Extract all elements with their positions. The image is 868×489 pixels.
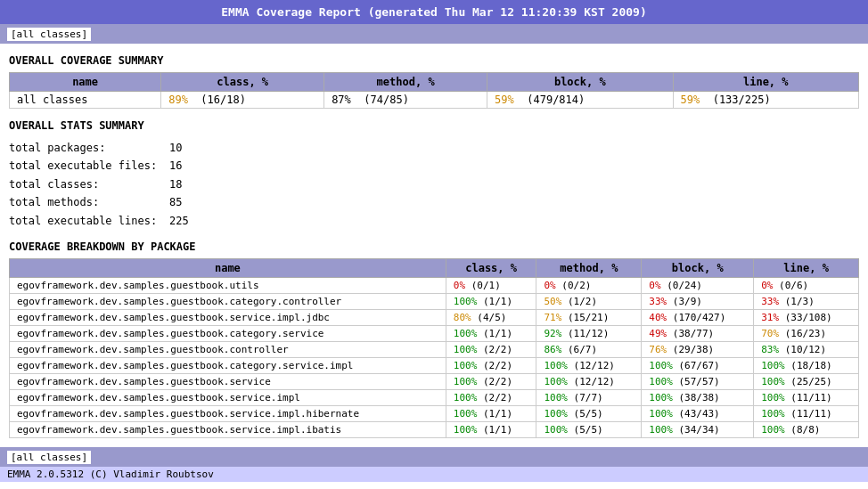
stat-row: total classes:18: [9, 175, 859, 193]
row-block: 100% (38/38): [642, 389, 754, 405]
footer-breadcrumb-link[interactable]: [all classes]: [7, 451, 91, 464]
row-method: 100% (5/5): [536, 421, 642, 437]
footer-breadcrumb-bar: [all classes]: [0, 447, 868, 467]
header-title: EMMA Coverage Report (generated Thu Mar …: [221, 5, 646, 19]
table-row: egovframework.dev.samples.guestbook.util…: [10, 277, 859, 293]
row-package-name[interactable]: egovframework.dev.samples.guestbook.serv…: [10, 421, 446, 437]
row-method: 92% (11/12): [536, 325, 642, 341]
col-block: block, %: [487, 73, 673, 92]
overall-coverage-table: name class, % method, % block, % line, %…: [9, 72, 859, 109]
table-row: egovframework.dev.samples.guestbook.serv…: [10, 421, 859, 437]
page-header: EMMA Coverage Report (generated Thu Mar …: [0, 0, 868, 24]
breakdown-table: name class, % method, % block, % line, %…: [9, 258, 859, 438]
overall-method-pct: 87%: [332, 94, 351, 106]
table-row: egovframework.dev.samples.guestbook.cont…: [10, 341, 859, 357]
overall-coverage-title: OVERALL COVERAGE SUMMARY: [9, 54, 859, 67]
table-row: egovframework.dev.samples.guestbook.cate…: [10, 293, 859, 309]
row-class: 100% (1/1): [446, 421, 536, 437]
overall-method-val: (74/85): [364, 94, 409, 106]
row-method: 100% (7/7): [536, 389, 642, 405]
row-line: 100% (11/11): [754, 405, 859, 421]
stats-block: total packages:10total executable files:…: [9, 139, 859, 230]
footer-copyright: EMMA 2.0.5312 (C) Vladimir Roubtsov: [0, 467, 868, 482]
col-line: line, %: [673, 73, 858, 92]
stat-value: 225: [169, 212, 189, 230]
overall-row-method: 87% (74/85): [324, 92, 487, 109]
row-class: 100% (2/2): [446, 341, 536, 357]
table-row: egovframework.dev.samples.guestbook.cate…: [10, 325, 859, 341]
row-class: 100% (1/1): [446, 293, 536, 309]
row-package-name[interactable]: egovframework.dev.samples.guestbook.serv…: [10, 405, 446, 421]
row-method: 71% (15/21): [536, 309, 642, 325]
row-line: 0% (0/6): [754, 277, 859, 293]
stat-value: 10: [169, 139, 182, 157]
row-line: 33% (1/3): [754, 293, 859, 309]
stat-row: total executable lines:225: [9, 212, 859, 230]
table-row: egovframework.dev.samples.guestbook.serv…: [10, 309, 859, 325]
overall-block-pct: 59%: [495, 94, 514, 106]
row-block: 49% (38/77): [642, 325, 754, 341]
row-block: 100% (34/34): [642, 421, 754, 437]
breakdown-col-class: class, %: [446, 258, 536, 277]
stat-value: 16: [169, 157, 182, 175]
row-method: 100% (12/12): [536, 373, 642, 389]
row-line: 100% (25/25): [754, 373, 859, 389]
row-package-name[interactable]: egovframework.dev.samples.guestbook.serv…: [10, 389, 446, 405]
row-line: 100% (8/8): [754, 421, 859, 437]
overall-class-pct: 89%: [168, 94, 188, 106]
stat-label: total executable files:: [9, 157, 169, 175]
overall-stats-title: OVERALL STATS SUMMARY: [9, 119, 859, 132]
row-package-name[interactable]: egovframework.dev.samples.guestbook.util…: [10, 277, 446, 293]
row-class: 100% (1/1): [446, 405, 536, 421]
stat-label: total executable lines:: [9, 212, 169, 230]
row-package-name[interactable]: egovframework.dev.samples.guestbook.cont…: [10, 341, 446, 357]
row-class: 100% (2/2): [446, 357, 536, 373]
row-class: 100% (2/2): [446, 389, 536, 405]
row-block: 100% (67/67): [642, 357, 754, 373]
table-row: egovframework.dev.samples.guestbook.serv…: [10, 373, 859, 389]
top-breadcrumb-bar: [all classes]: [0, 24, 868, 44]
row-block: 100% (57/57): [642, 373, 754, 389]
table-row: egovframework.dev.samples.guestbook.serv…: [10, 405, 859, 421]
row-package-name[interactable]: egovframework.dev.samples.guestbook.serv…: [10, 373, 446, 389]
overall-class-val: (16/18): [201, 94, 246, 106]
row-line: 100% (11/11): [754, 389, 859, 405]
row-method: 86% (6/7): [536, 341, 642, 357]
table-row: egovframework.dev.samples.guestbook.serv…: [10, 389, 859, 405]
stat-row: total methods:85: [9, 193, 859, 211]
col-method: method, %: [324, 73, 487, 92]
stat-row: total packages:10: [9, 139, 859, 157]
row-package-name[interactable]: egovframework.dev.samples.guestbook.cate…: [10, 325, 446, 341]
row-method: 50% (1/2): [536, 293, 642, 309]
row-package-name[interactable]: egovframework.dev.samples.guestbook.cate…: [10, 293, 446, 309]
row-class: 0% (0/1): [446, 277, 536, 293]
stat-value: 85: [169, 193, 182, 211]
row-class: 100% (1/1): [446, 325, 536, 341]
stat-row: total executable files:16: [9, 157, 859, 175]
overall-block-val: (479/814): [527, 94, 585, 106]
breakdown-col-name: name: [10, 258, 446, 277]
row-block: 100% (43/43): [642, 405, 754, 421]
breakdown-title: COVERAGE BREAKDOWN BY PACKAGE: [9, 240, 859, 253]
overall-line-val: (133/225): [713, 94, 771, 106]
stat-label: total packages:: [9, 139, 169, 157]
row-class: 100% (2/2): [446, 373, 536, 389]
row-package-name[interactable]: egovframework.dev.samples.guestbook.cate…: [10, 357, 446, 373]
stat-label: total methods:: [9, 193, 169, 211]
table-row: egovframework.dev.samples.guestbook.cate…: [10, 357, 859, 373]
row-class: 80% (4/5): [446, 309, 536, 325]
overall-row-line: 59% (133/225): [673, 92, 858, 109]
top-breadcrumb-link[interactable]: [all classes]: [7, 28, 91, 41]
row-block: 0% (0/24): [642, 277, 754, 293]
row-method: 100% (12/12): [536, 357, 642, 373]
row-line: 70% (16/23): [754, 325, 859, 341]
row-block: 33% (3/9): [642, 293, 754, 309]
col-name: name: [10, 73, 161, 92]
row-method: 100% (5/5): [536, 405, 642, 421]
stat-label: total classes:: [9, 175, 169, 193]
row-package-name[interactable]: egovframework.dev.samples.guestbook.serv…: [10, 309, 446, 325]
row-line: 31% (33/108): [754, 309, 859, 325]
overall-coverage-row: all classes 89% (16/18) 87% (74/85) 59% …: [10, 92, 859, 109]
overall-row-name: all classes: [10, 92, 161, 109]
breakdown-col-method: method, %: [536, 258, 642, 277]
